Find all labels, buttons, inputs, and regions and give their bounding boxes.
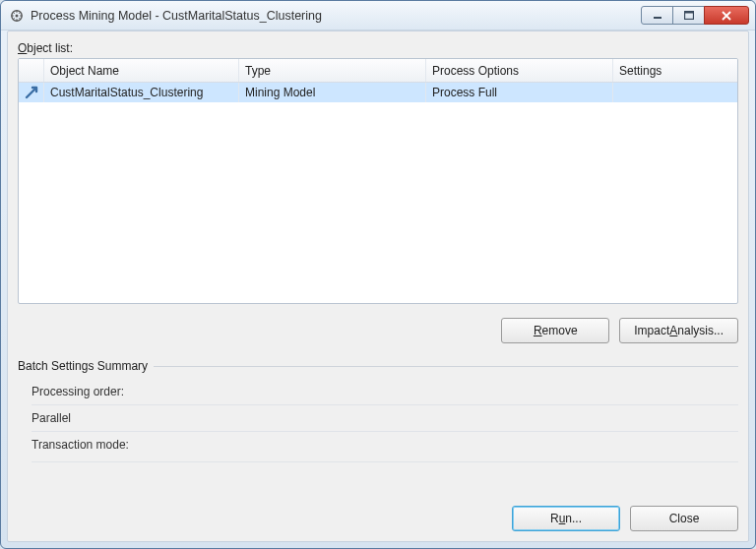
column-object-name[interactable]: Object Name	[44, 59, 239, 82]
table-action-row: Remove Impact Analysis...	[18, 318, 738, 343]
cell-type: Mining Model	[239, 83, 426, 102]
processing-order-label: Processing order:	[32, 379, 738, 404]
cell-settings	[613, 83, 737, 102]
dialog-window: Process Mining Model - CustMaritalStatus…	[0, 0, 756, 549]
remove-button[interactable]: Remove	[501, 318, 609, 343]
batch-settings-label: Batch Settings Summary	[18, 359, 738, 373]
table-row[interactable]: CustMaritalStatus_Clustering Mining Mode…	[19, 83, 737, 102]
object-list-table: Object Name Type Process Options Setting…	[18, 58, 738, 304]
cell-object-name: CustMaritalStatus_Clustering	[44, 83, 239, 102]
window-controls	[642, 6, 749, 25]
svg-rect-2	[654, 17, 662, 19]
svg-point-1	[16, 14, 19, 17]
column-process-options[interactable]: Process Options	[426, 59, 613, 82]
svg-rect-4	[684, 12, 693, 14]
row-icon	[19, 83, 44, 102]
run-button[interactable]: Run...	[512, 506, 620, 531]
dialog-buttons: Run... Close	[512, 506, 738, 531]
column-type[interactable]: Type	[239, 59, 426, 82]
table-header: Object Name Type Process Options Setting…	[19, 59, 737, 83]
cell-process-options: Process Full	[426, 83, 613, 102]
column-icon[interactable]	[19, 59, 44, 82]
summary-divider	[32, 461, 738, 462]
batch-settings-summary: Processing order: Parallel Transaction m…	[18, 373, 738, 462]
maximize-button[interactable]	[672, 6, 705, 25]
transaction-mode-label: Transaction mode:	[32, 431, 738, 458]
minimize-button[interactable]	[641, 6, 673, 25]
close-button[interactable]: Close	[630, 506, 738, 531]
client-area: Object list: Object Name Type Process Op…	[7, 30, 749, 542]
object-list-label: Object list:	[18, 41, 738, 55]
column-settings[interactable]: Settings	[613, 59, 737, 82]
titlebar[interactable]: Process Mining Model - CustMaritalStatus…	[1, 1, 755, 30]
window-title: Process Mining Model - CustMaritalStatus…	[31, 9, 642, 23]
impact-analysis-button[interactable]: Impact Analysis...	[619, 318, 738, 343]
app-icon	[9, 8, 25, 24]
processing-order-value: Parallel	[32, 404, 738, 431]
close-window-button[interactable]	[704, 6, 749, 25]
